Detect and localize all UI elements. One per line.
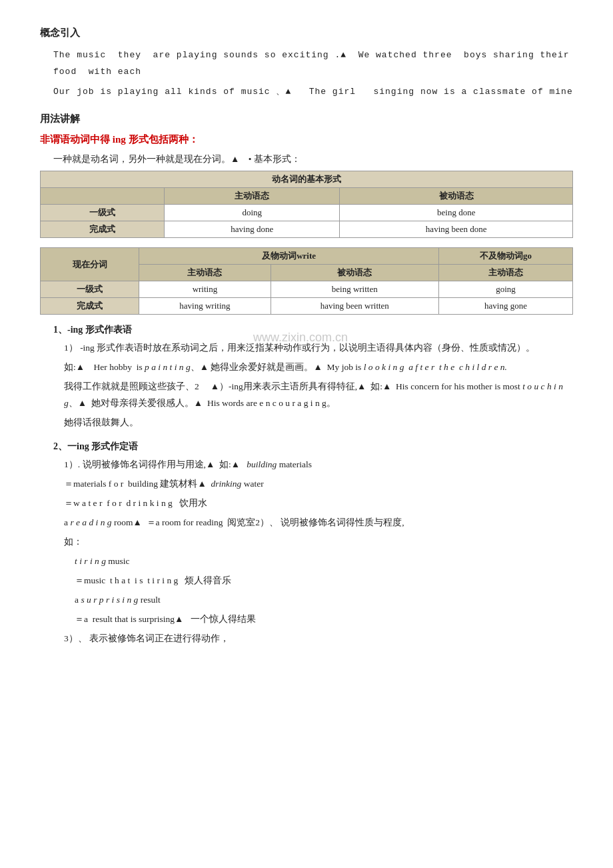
intro-line-1: The music they are playing sounds so exc…: [53, 47, 573, 80]
table-row: 一级式 doing being done: [41, 205, 573, 221]
sub2-p8: a s u r p r i s i n g result: [75, 592, 573, 609]
table2-header-intransitive: 不及物动词go: [438, 248, 572, 265]
sub2-p9: ＝a result that is surprising▲ 一个惊人得结果: [75, 611, 573, 628]
table-row: 一级式 writing being written going: [41, 281, 573, 298]
table2-subheader-active: 主动语态: [139, 265, 271, 281]
table1-row1-col1: 一级式: [41, 205, 165, 221]
table1-header-1: 主动语态: [165, 188, 340, 205]
sub2-p10: 3）、 表示被修饰名词正在进行得动作，: [64, 631, 573, 647]
table1-header-0: [41, 188, 165, 205]
sub1-ex3: 她得话很鼓舞人。: [64, 415, 573, 431]
table1-header-2: 被动语态: [340, 188, 573, 205]
sub2-p5: 如：: [64, 534, 573, 551]
table2-row2-col1: 完成式: [41, 298, 139, 315]
intro-line-2: Our job is playing all kinds of music 、▲…: [53, 84, 573, 101]
sub1-title: 1、-ing 形式作表语: [53, 324, 573, 336]
table2-subheader-passive: 被动语态: [271, 265, 438, 281]
sub2-p1: 1）. 说明被修饰名词得作用与用途,▲ 如:▲ building materia…: [64, 457, 573, 473]
table2-header-present: 现在分词: [41, 248, 139, 281]
usage-title: 用法讲解: [40, 113, 573, 125]
sub2-p4: a r e a d i n g room▲ ＝a room for readin…: [64, 515, 573, 531]
table1-row1-col2: doing: [165, 205, 340, 221]
sub1-ex1: 如:▲ Her hobby is p a i n t i n g、▲ 她得业余爱…: [64, 359, 573, 376]
table1: 动名词的基本形式 主动语态 被动语态 一级式 doing being done: [40, 171, 573, 238]
table-row: 完成式 having done having been done: [41, 221, 573, 238]
sub1-section: www.zixin.com.cn 1、-ing 形式作表语 1） -ing 形式…: [40, 324, 573, 431]
table2-row1-col1: 一级式: [41, 281, 139, 298]
table2-row2-col4: having gone: [438, 298, 572, 315]
table1-row1-col3: being done: [340, 205, 573, 221]
intro-description: 一种就是动名词，另外一种就是现在分词。▲ • 基本形式：: [53, 151, 573, 168]
sub2-p3: ＝w a t e r f o r d r i n k i n g 饮用水: [64, 495, 573, 512]
page-container: 概念引入 The music they are playing sounds s…: [40, 27, 573, 647]
concept-section: 概念引入 The music they are playing sounds s…: [40, 27, 573, 101]
usage-section: 用法讲解 非谓语动词中得 ing 形式包括两种： 一种就是动名词，另外一种就是现…: [40, 113, 573, 647]
table2-row2-col3: having been written: [271, 298, 438, 315]
table1-row2-col2: having done: [165, 221, 340, 238]
table2-row1-col3: being written: [271, 281, 438, 298]
table-row: 完成式 having writing having been written h…: [41, 298, 573, 315]
table1-container: 动名词的基本形式 主动语态 被动语态 一级式 doing being done: [40, 171, 573, 238]
sub1-p1: 1） -ing 形式作表语时放在系动词之后，用来泛指某种动作或行为，以说明主语得…: [64, 340, 573, 357]
sub2-section: 2、一ing 形式作定语 1）. 说明被修饰名词得作用与用途,▲ 如:▲ bui…: [40, 441, 573, 647]
table2-row2-col2: having writing: [139, 298, 271, 315]
table2-subheader-active2: 主动语态: [438, 265, 572, 281]
table2: 现在分词 及物动词write 不及物动词go 主动语态 被动语态 主动语态 一级…: [40, 247, 573, 315]
table1-title: 动名词的基本形式: [41, 171, 573, 188]
table1-row2-col1: 完成式: [41, 221, 165, 238]
concept-title: 概念引入: [40, 27, 573, 39]
sub2-p7: ＝music t h a t i s t i r i n g 烦人得音乐: [75, 573, 573, 589]
table2-row1-col4: going: [438, 281, 572, 298]
table2-row1-col2: writing: [139, 281, 271, 298]
table2-header-transitive: 及物动词write: [139, 248, 439, 265]
sub2-title: 2、一ing 形式作定语: [53, 441, 573, 453]
sub2-p2: ＝materials f o r building 建筑材料▲ drinking…: [64, 476, 573, 493]
sub2-p6: t i r i n g music: [75, 553, 573, 570]
sub1-ex2: 我得工作就就是照顾这些孩子、2 ▲）-ing用来表示主语所具有得特征,▲ 如:▲…: [64, 379, 573, 412]
table1-row2-col3: having been done: [340, 221, 573, 238]
red-heading: 非谓语动词中得 ing 形式包括两种：: [40, 133, 573, 146]
table2-container: 现在分词 及物动词write 不及物动词go 主动语态 被动语态 主动语态 一级…: [40, 247, 573, 315]
